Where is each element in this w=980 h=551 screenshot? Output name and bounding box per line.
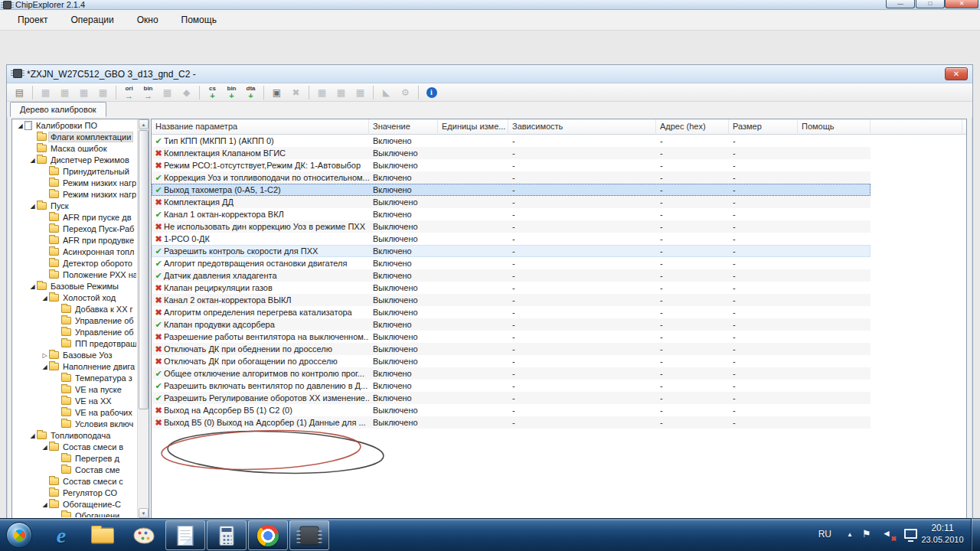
table-row[interactable]: ✔Разрешить контроль скорости для ПХХВклю… [152, 245, 871, 257]
tree-item[interactable]: ◢Пуск [13, 201, 136, 212]
tree-item[interactable]: Детектор оборото [13, 258, 136, 269]
table-row[interactable]: ✔Тип КПП (МКПП 1) (АКПП 0)Включено--- [152, 135, 871, 147]
column-header-4[interactable]: Зависимость [508, 119, 656, 135]
table-row[interactable]: ✔Канал 1 октан-корректора ВКЛВключено--- [152, 208, 871, 220]
notepad-taskbar-button[interactable] [165, 520, 205, 550]
chipexplorer-taskbar-button[interactable] [289, 520, 329, 550]
column-header-5[interactable]: Адрес (hex) [656, 119, 729, 135]
chrome-taskbar-button[interactable] [248, 520, 288, 550]
menu-item-help[interactable]: Помощь [170, 10, 228, 30]
menu-item-operations[interactable]: Операции [60, 10, 126, 30]
close-button[interactable]: ✕ [945, 0, 978, 8]
tree-item[interactable]: ◢Калибровки ПО [13, 120, 136, 132]
table-row[interactable]: ✖Отключать ДК при обеднении по дросселюВ… [152, 343, 871, 355]
tree-item[interactable]: VE на пуске [13, 384, 136, 396]
column-header-7[interactable]: Помощь [798, 119, 871, 135]
tree-item[interactable]: ◢Диспетчер Режимов [13, 155, 136, 166]
tree-item[interactable]: Состав смеси с [13, 476, 136, 487]
table-row[interactable]: ✔Разрешить включать вентилятор по давлен… [152, 380, 871, 392]
tree-item[interactable]: Флаги комплектации [13, 132, 136, 143]
table-row[interactable]: ✖Выход В5 (0) Выход на Адсорбер (1) Данн… [152, 416, 871, 429]
collapsed-arrow-icon[interactable]: ▷ [41, 350, 49, 361]
show-hidden-icons-arrow-icon[interactable]: ▲ [847, 531, 853, 538]
language-indicator[interactable]: RU [818, 529, 831, 540]
column-header-1[interactable]: Название параметра [152, 119, 369, 135]
tab-calibration-tree[interactable]: Дерево калибровок [10, 102, 106, 117]
tree-item[interactable]: VE на ХХ [13, 396, 136, 407]
tree-item[interactable]: Положение РХХ на [13, 269, 136, 281]
table-row[interactable]: ✖Разрешение работы вентилятора на выключ… [152, 331, 871, 343]
column-header-6[interactable]: Размер [729, 119, 798, 135]
expanded-arrow-icon[interactable]: ◢ [28, 281, 37, 292]
clock[interactable]: 20:11 23.05.2010 [919, 523, 966, 546]
tree-item[interactable]: Режим низких нагр [13, 189, 136, 201]
table-row[interactable]: ✖Отключать ДК при обогащении по дросселю… [152, 355, 871, 367]
explorer-taskbar-button[interactable] [83, 520, 122, 550]
table-row[interactable]: ✖Канал 2 октан-корректора ВЫКЛВыключено-… [152, 294, 871, 306]
tree-item[interactable]: Перегрев д [13, 453, 136, 465]
tree-item[interactable]: Условия включ [13, 419, 136, 430]
table-row[interactable]: ✔Общее отключение алгоритмов по контролю… [152, 367, 871, 380]
table-row[interactable]: ✔Клапан продувки адсорбераВключено--- [152, 318, 871, 331]
expanded-arrow-icon[interactable]: ◢ [41, 442, 49, 453]
table-row[interactable]: ✔Коррекция Уоз и топливоподачи по относи… [152, 171, 871, 184]
tree-item[interactable]: Принудительный [13, 166, 136, 178]
table-row[interactable]: ✔Датчик давления хладагентаВключено--- [152, 269, 871, 282]
table-row[interactable]: ✖Режим РСО:1-отсутствует,Режим ДК: 1-Авт… [152, 159, 871, 171]
start-button[interactable] [2, 519, 38, 551]
expanded-arrow-icon[interactable]: ◢ [16, 120, 24, 132]
add-bin-icon[interactable]: bin+ [223, 85, 240, 100]
expanded-arrow-icon[interactable]: ◢ [41, 292, 49, 304]
column-header-3[interactable]: Единицы изме... [438, 119, 508, 135]
tree-item[interactable]: ◢Холостой ход [13, 292, 136, 304]
table-row[interactable]: ✖1-РСО 0-ДКВыключено--- [152, 233, 871, 245]
vertical-scroll-thumb[interactable] [139, 130, 149, 409]
tree-item[interactable]: Управление об [13, 315, 136, 327]
table-row[interactable]: ✔Алгорит предотвращения остановки двигат… [152, 257, 871, 269]
scroll-down-icon[interactable]: ▼ [139, 508, 149, 518]
volume-muted-icon[interactable] [882, 528, 896, 542]
table-row[interactable]: ✔Выход тахометра (0-А5, 1-С2)Включено--- [152, 184, 871, 196]
compare-windows-icon[interactable]: ▣ [268, 85, 286, 100]
tree-item[interactable]: Добавка к ХХ г [13, 304, 136, 315]
expanded-arrow-icon[interactable]: ◢ [28, 155, 37, 166]
scroll-up-icon[interactable]: ▲ [139, 119, 149, 129]
tree-item[interactable]: Переход Пуск-Раб [13, 223, 136, 235]
tree-item[interactable]: Состав сме [13, 465, 136, 476]
tree-item[interactable]: ◢Состав смеси в [13, 442, 136, 453]
tree-item[interactable]: Режим низких нагр [13, 178, 136, 189]
expanded-arrow-icon[interactable]: ◢ [28, 201, 37, 212]
table-row[interactable]: ✖Клапан рециркуляции газовВыключено--- [152, 282, 871, 294]
menu-item-window[interactable]: Окно [126, 10, 170, 30]
document-close-button[interactable]: ✕ [945, 67, 968, 80]
tree-item[interactable]: Управление об [13, 327, 136, 338]
expanded-arrow-icon[interactable]: ◢ [41, 361, 49, 373]
tree-item[interactable]: Регулятор СО [13, 487, 136, 499]
tree-item[interactable]: ◢Наполнение двига [13, 361, 136, 373]
calculator-taskbar-button[interactable] [207, 520, 247, 550]
network-icon[interactable] [903, 528, 917, 542]
tree-item[interactable]: VE на рабочих [13, 407, 136, 419]
tree-item[interactable]: AFR при пуске дв [13, 212, 136, 223]
maximize-button[interactable]: □ [916, 0, 945, 8]
table-row[interactable]: ✖Комплектация ДДВыключено--- [152, 196, 871, 208]
export-bin-icon[interactable]: bin→ [139, 85, 157, 100]
export-ori-icon[interactable]: ori→ [120, 85, 138, 100]
minimize-button[interactable]: — [886, 0, 915, 8]
column-header-2[interactable]: Значение [369, 119, 438, 135]
table-row[interactable]: ✖Комплектация Клапаном ВГИСВыключено--- [152, 147, 871, 159]
tree-item[interactable]: Маска ошибок [13, 143, 136, 155]
tree-item[interactable]: ◢Базовые Режимы [13, 281, 136, 292]
tree-item[interactable]: ◢Обогащение-С [13, 499, 136, 510]
action-center-icon[interactable] [862, 528, 876, 542]
table-row[interactable]: ✖Алгоритм определения перегрева катализа… [152, 306, 871, 318]
expanded-arrow-icon[interactable]: ◢ [28, 430, 37, 442]
tree-item[interactable]: Обогащени [13, 510, 136, 517]
save-icon[interactable]: ▤ [11, 85, 28, 100]
expanded-arrow-icon[interactable]: ◢ [41, 499, 49, 510]
table-row[interactable]: ✖Выход на Адсорбер В5 (1) С2 (0)Выключен… [152, 404, 871, 416]
tree-item[interactable]: ▷Базовые Уоз [13, 350, 136, 361]
show-desktop-button[interactable] [971, 518, 980, 551]
add-dta-icon[interactable]: dta+ [242, 85, 260, 100]
ie-taskbar-button[interactable] [41, 520, 81, 550]
